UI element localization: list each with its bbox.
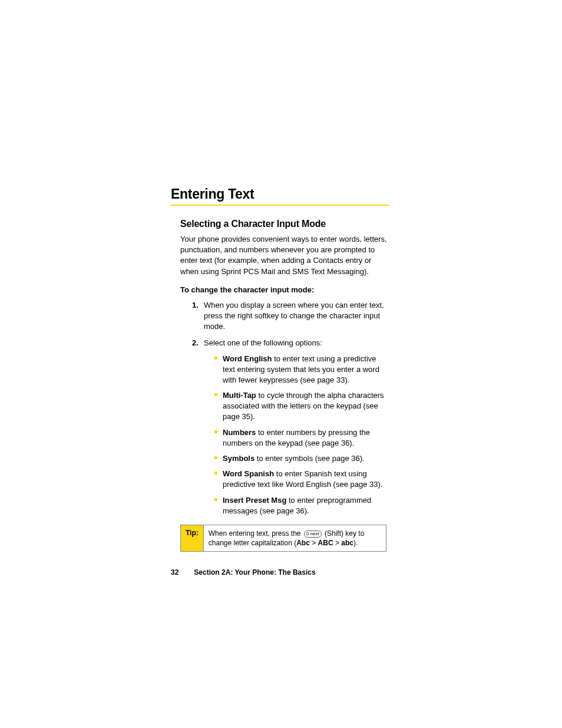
bullet-icon <box>214 456 217 459</box>
page-footer: 32Section 2A: Your Phone: The Basics <box>171 568 316 577</box>
tip-box: Tip: When entering text, press the 0 nex… <box>180 525 386 552</box>
tip-content: When entering text, press the 0 next (Sh… <box>204 525 386 551</box>
step-text: When you display a screen where you can … <box>204 301 384 331</box>
step-2: 2. Select one of the following options: … <box>192 338 389 516</box>
option-bold: Symbols <box>223 454 254 463</box>
option-item: Multi-Tap to cycle through the alpha cha… <box>214 390 389 423</box>
bullet-icon <box>214 430 217 433</box>
tip-text-end: ). <box>353 539 358 547</box>
option-bold: Insert Preset Msg <box>223 496 286 505</box>
sub-heading: Selecting a Character Input Mode <box>180 219 389 229</box>
intro-paragraph: Your phone provides convenient ways to e… <box>180 234 389 277</box>
option-text: to enter symbols (see page 36). <box>254 454 364 463</box>
main-heading: Entering Text <box>171 186 389 206</box>
option-item: Symbols to enter symbols (see page 36). <box>214 453 389 464</box>
step-text: Select one of the following options: <box>204 338 322 347</box>
bullet-icon <box>214 357 217 360</box>
page-number: 32 <box>171 568 178 577</box>
option-bold: Multi-Tap <box>223 391 256 400</box>
option-bold: Word Spanish <box>223 469 274 478</box>
tip-bold-1: Abc <box>296 539 310 547</box>
bullet-icon <box>214 393 217 396</box>
tip-bold-3: abc <box>341 539 353 547</box>
instruction-label: To change the character input mode: <box>180 285 389 294</box>
shift-key-icon: 0 next <box>304 531 322 538</box>
options-list: Word English to enter text using a predi… <box>214 354 389 516</box>
steps-list: 1. When you display a screen where you c… <box>192 300 389 516</box>
bullet-icon <box>214 498 217 501</box>
section-label: Section 2A: Your Phone: The Basics <box>194 568 315 577</box>
tip-sep-1: > <box>310 539 318 547</box>
step-1: 1. When you display a screen where you c… <box>192 300 389 332</box>
option-item: Word English to enter text using a predi… <box>214 354 389 386</box>
bullet-icon <box>214 472 217 475</box>
tip-bold-2: ABC <box>318 539 333 547</box>
option-bold: Word English <box>223 354 272 363</box>
option-item: Word Spanish to enter Spanish text using… <box>214 469 389 490</box>
tip-label: Tip: <box>181 525 204 551</box>
step-number: 2. <box>192 338 199 348</box>
page-content: Entering Text Selecting a Character Inpu… <box>171 186 389 552</box>
tip-text-pre: When entering text, press the <box>209 529 303 538</box>
tip-sep-2: > <box>333 539 342 547</box>
step-number: 1. <box>192 300 199 311</box>
option-item: Insert Preset Msg to enter preprogrammed… <box>214 495 389 516</box>
option-bold: Numbers <box>223 428 256 437</box>
option-item: Numbers to enter numbers by pressing the… <box>214 427 389 449</box>
